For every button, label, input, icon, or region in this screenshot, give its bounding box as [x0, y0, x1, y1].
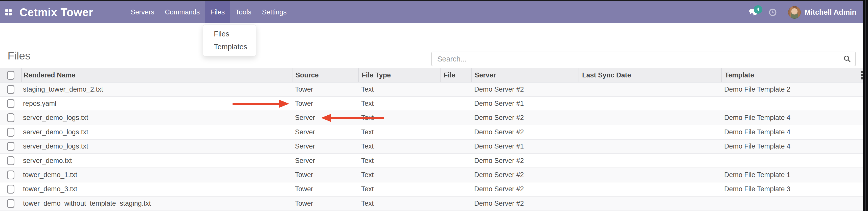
select-all-checkbox[interactable]	[7, 71, 14, 80]
main-menu: Servers Commands Files Tools Settings	[125, 1, 292, 23]
activities-clock-icon[interactable]	[769, 9, 776, 16]
nav-item-tools[interactable]: Tools	[230, 1, 256, 23]
table-row[interactable]: tower_demo_1.txt Tower Text Demo Server …	[0, 168, 868, 182]
messages-count-badge: 4	[754, 5, 762, 14]
cell-file-type: Text	[358, 168, 440, 182]
table-row[interactable]: tower_demo_without_template_staging.txt …	[0, 197, 868, 211]
cell-last-sync-date	[579, 83, 721, 96]
window-top-edge	[0, 0, 868, 1]
cell-rendered-name: server_demo.txt	[21, 154, 292, 168]
cell-source: Tower	[292, 97, 358, 110]
cell-source: Tower	[292, 168, 358, 182]
cell-template: Demo File Template 4	[721, 140, 856, 153]
column-header-server[interactable]: Server	[471, 68, 579, 82]
cell-last-sync-date	[579, 197, 721, 210]
cell-server: Demo Server #1	[471, 97, 579, 110]
cell-template: Demo File Template 4	[721, 111, 856, 125]
cell-template	[721, 154, 856, 168]
nav-item-settings[interactable]: Settings	[256, 1, 292, 23]
table-row[interactable]: staging_tower_demo_2.txt Tower Text Demo…	[0, 83, 868, 97]
cell-file-type: Text	[358, 154, 440, 168]
cell-last-sync-date	[579, 154, 721, 168]
row-checkbox[interactable]	[7, 199, 14, 208]
cell-source: Tower	[292, 83, 358, 96]
cell-server: Demo Server #2	[471, 197, 579, 210]
cell-file-type: Text	[358, 140, 440, 153]
cell-file	[440, 83, 471, 96]
cell-file	[440, 182, 471, 196]
cell-file	[440, 111, 471, 125]
row-checkbox[interactable]	[7, 113, 14, 122]
column-header-template[interactable]: Template	[721, 68, 856, 82]
cell-server: Demo Server #2	[471, 111, 579, 125]
table-row[interactable]: server_demo_logs.txt Server Text Demo Se…	[0, 140, 868, 154]
column-header-source[interactable]: Source	[292, 68, 358, 82]
search-input[interactable]	[431, 52, 856, 66]
column-header-file-type[interactable]: File Type	[358, 68, 440, 82]
control-panel: Files Create Filters Group By Favorites	[0, 23, 868, 68]
nav-item-files[interactable]: Files	[205, 1, 230, 23]
cell-server: Demo Server #2	[471, 83, 579, 96]
files-dropdown-menu: Files Templates	[203, 25, 256, 56]
window-right-edge	[863, 0, 868, 211]
cell-template: Demo File Template 4	[721, 125, 856, 139]
table-row[interactable]: server_demo.txt Server Text Demo Server …	[0, 154, 868, 168]
cell-file	[440, 168, 471, 182]
cell-file	[440, 140, 471, 153]
cell-rendered-name: server_demo_logs.txt	[21, 140, 292, 153]
cell-rendered-name: tower_demo_3.txt	[21, 182, 292, 196]
cell-last-sync-date	[579, 168, 721, 182]
annotation-arrow-left	[321, 114, 384, 122]
cell-rendered-name: tower_demo_1.txt	[21, 168, 292, 182]
column-header-file[interactable]: File	[440, 68, 471, 82]
cell-file	[440, 154, 471, 168]
annotation-arrow-right	[232, 99, 289, 108]
table-row[interactable]: tower_demo_3.txt Tower Text Demo Server …	[0, 182, 868, 197]
cell-server: Demo Server #2	[471, 168, 579, 182]
column-header-last-sync-date[interactable]: Last Sync Date	[579, 68, 721, 82]
table-row[interactable]: repos.yaml Tower Text Demo Server #1	[0, 97, 868, 111]
table-header: Rendered Name Source File Type File Serv…	[0, 68, 868, 83]
cell-server: Demo Server #2	[471, 125, 579, 139]
cell-server: Demo Server #2	[471, 154, 579, 168]
cell-template: Demo File Template 1	[721, 168, 856, 182]
files-list-table: Rendered Name Source File Type File Serv…	[0, 68, 868, 211]
cell-source: Tower	[292, 182, 358, 196]
messages-button[interactable]: 4	[749, 8, 758, 17]
user-menu[interactable]: Mitchell Admin	[805, 8, 856, 17]
cell-server: Demo Server #1	[471, 140, 579, 153]
row-checkbox[interactable]	[7, 156, 14, 165]
cell-server: Demo Server #2	[471, 182, 579, 196]
row-checkbox[interactable]	[7, 128, 14, 137]
top-navbar: Cetmix Tower Servers Commands Files Tool…	[0, 1, 868, 23]
column-header-rendered-name[interactable]: Rendered Name	[21, 68, 292, 82]
cell-template	[721, 97, 856, 110]
table-row[interactable]: server_demo_logs.txt Server Text Demo Se…	[0, 111, 868, 125]
cell-file	[440, 97, 471, 110]
nav-item-servers[interactable]: Servers	[125, 1, 159, 23]
cell-file-type: Text	[358, 125, 440, 139]
dropdown-item-templates[interactable]: Templates	[203, 40, 256, 53]
nav-item-commands[interactable]: Commands	[159, 1, 205, 23]
search-icon[interactable]	[843, 55, 851, 63]
row-checkbox[interactable]	[7, 99, 14, 108]
cell-last-sync-date	[579, 97, 721, 110]
cell-file	[440, 197, 471, 210]
cell-file-type: Text	[358, 97, 440, 110]
row-checkbox[interactable]	[7, 171, 14, 179]
cell-file-type: Text	[358, 83, 440, 96]
cell-file-type: Text	[358, 197, 440, 210]
dropdown-item-files[interactable]: Files	[203, 28, 256, 40]
row-checkbox[interactable]	[7, 85, 14, 94]
table-row[interactable]: server_demo_logs.txt Server Text Demo Se…	[0, 125, 868, 140]
cell-last-sync-date	[579, 182, 721, 196]
cell-file-type: Text	[358, 182, 440, 196]
app-brand[interactable]: Cetmix Tower	[20, 6, 93, 19]
row-checkbox[interactable]	[7, 142, 14, 151]
row-checkbox[interactable]	[7, 185, 14, 193]
cell-template: Demo File Template 2	[721, 83, 856, 96]
user-avatar[interactable]	[788, 6, 801, 19]
cell-rendered-name: server_demo_logs.txt	[21, 111, 292, 125]
cell-file	[440, 125, 471, 139]
apps-grid-icon[interactable]	[5, 9, 12, 16]
